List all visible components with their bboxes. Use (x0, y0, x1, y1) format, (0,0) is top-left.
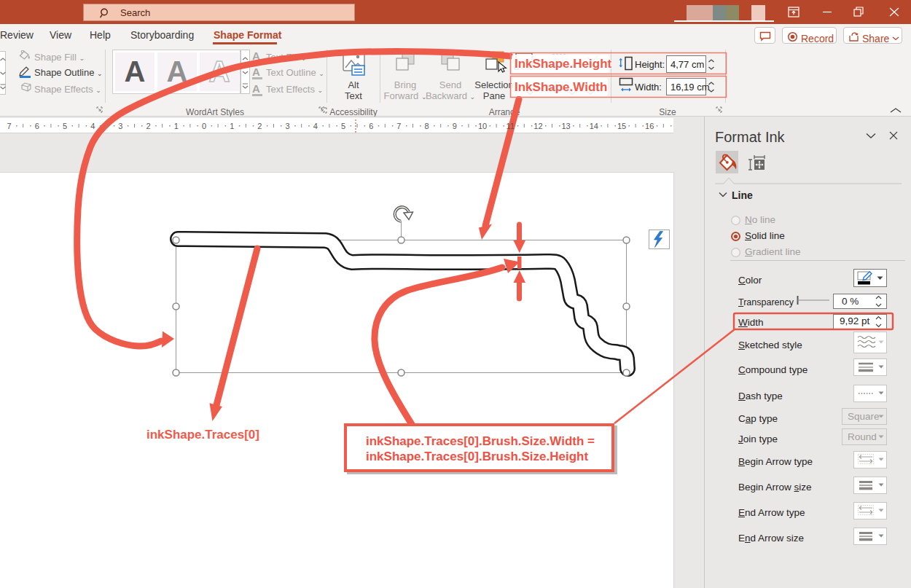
svg-text:13: 13 (561, 122, 570, 130)
svg-text:11: 11 (506, 122, 514, 130)
svg-text:7: 7 (7, 122, 12, 130)
svg-text:1: 1 (230, 122, 234, 130)
svg-text:16: 16 (645, 122, 654, 130)
svg-text:6: 6 (369, 122, 373, 130)
svg-text:2: 2 (146, 122, 151, 130)
svg-text:3: 3 (286, 122, 290, 130)
svg-text:5: 5 (341, 122, 345, 130)
svg-text:8: 8 (425, 122, 429, 130)
svg-text:1: 1 (174, 122, 179, 130)
svg-text:5: 5 (63, 122, 67, 130)
svg-text:0: 0 (202, 122, 206, 130)
svg-text:2: 2 (257, 122, 262, 130)
svg-text:12: 12 (533, 122, 542, 130)
svg-text:6: 6 (35, 122, 39, 130)
svg-text:10: 10 (478, 122, 487, 130)
svg-text:4: 4 (90, 122, 95, 130)
svg-text:7: 7 (396, 122, 401, 130)
svg-text:3: 3 (118, 122, 122, 130)
svg-text:14: 14 (590, 122, 598, 130)
svg-text:9: 9 (453, 122, 457, 130)
svg-text:4: 4 (313, 122, 318, 130)
svg-text:15: 15 (617, 122, 626, 130)
